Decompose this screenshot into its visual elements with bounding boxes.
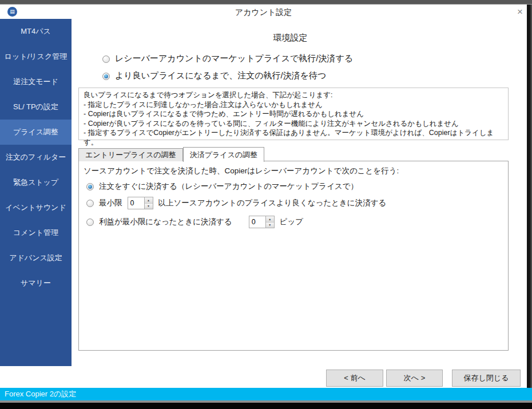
- tab-strip: エントリープライスの調整 決済プライスの調整: [78, 146, 264, 161]
- mode-option-market-price[interactable]: レシーバーアカウントのマーケットプライスで執行/決済する: [102, 53, 353, 64]
- close-option-min-better-price[interactable]: 最小限 ▲ ▼ 以上ソースアカウントのプライスより良くなったときに決済する: [86, 197, 386, 209]
- info-line: 良いプライスになるまで待つオプションを選択した場合、下記が起こります:: [84, 90, 503, 100]
- close-option-prefix: 利益が最小限になったときに決済する: [99, 217, 232, 227]
- spinner-up-icon[interactable]: ▲: [145, 197, 153, 204]
- sidebar-item-summary[interactable]: サマリー: [0, 271, 72, 296]
- min-profit-spinner: ▲ ▼: [249, 216, 275, 228]
- next-button[interactable]: 次へ >: [386, 370, 443, 387]
- sidebar-item-mt4-path[interactable]: MT4パス: [0, 19, 72, 44]
- sidebar-item-advanced[interactable]: アドバンス設定: [0, 245, 72, 271]
- radio-unchecked-icon[interactable]: [86, 200, 94, 207]
- mode-option-label: より良いプライスになるまで、注文の執行/決済を待つ: [115, 70, 326, 81]
- dialog-title: アカウント設定: [0, 7, 527, 18]
- radio-checked-icon[interactable]: [102, 73, 110, 80]
- prev-button[interactable]: < 前へ: [326, 370, 383, 387]
- section-heading: 環境設定: [72, 33, 509, 43]
- tab-close-price-adjust[interactable]: 決済プライスの調整: [183, 147, 265, 162]
- status-bar-text: Forex Copier 2の設定: [5, 389, 76, 399]
- close-option-min-profit[interactable]: 利益が最小限になったときに決済する ▲ ▼ ピップ: [86, 216, 303, 228]
- info-line: - 指定するプライスでCopierがエントリーしたり決済する保証はありません。マ…: [84, 128, 503, 147]
- mode-option-wait-better-price[interactable]: より良いプライスになるまで、注文の執行/決済を待つ: [102, 70, 326, 81]
- close-option-suffix: 以上ソースアカウントのプライスより良くなったときに決済する: [158, 198, 387, 208]
- radio-unchecked-icon[interactable]: [102, 55, 110, 63]
- sidebar-item-reverse-order[interactable]: 逆注文モード: [0, 69, 72, 94]
- status-bar: Forex Copier 2の設定: [0, 388, 532, 400]
- close-option-immediately[interactable]: 注文をすぐに決済する（レシーバーアカウントのマーケットプライスで）: [86, 181, 358, 192]
- save-close-button[interactable]: 保存し閉じる: [452, 370, 521, 387]
- sidebar-item-lot-risk[interactable]: ロット/リスク管理: [0, 44, 72, 69]
- sidebar-item-sl-tp[interactable]: SL/ TPの設定: [0, 94, 72, 120]
- panel-intro-text: ソースアカウントで注文を決済した時、Copierはレシーバーアカウントで次のこと…: [84, 166, 399, 176]
- sidebar-nav: MT4パス ロット/リスク管理 逆注文モード SL/ TPの設定 プライス調整 …: [0, 19, 72, 366]
- min-pips-spinner: ▲ ▼: [128, 197, 153, 209]
- info-box: 良いプライスになるまで待つオプションを選択した場合、下記が起こります: - 指定…: [78, 88, 509, 140]
- info-line: - 指定したプライスに到達しなかった場合,注文は入らないかもしれません: [84, 100, 503, 110]
- spinner-up-icon[interactable]: ▲: [266, 216, 274, 223]
- radio-checked-icon[interactable]: [86, 183, 94, 190]
- close-option-prefix: 最小限: [99, 198, 122, 208]
- min-profit-input[interactable]: [249, 216, 265, 228]
- spinner-down-icon[interactable]: ▼: [266, 223, 274, 228]
- info-line: - Copierは良いプライスになるまで待つため、エントリー時間が遅れるかもしれ…: [84, 109, 503, 119]
- info-line: - Copierが良いプライスになるのを待っている間に、フィルター機能により注文…: [84, 119, 503, 129]
- sidebar-item-emergency-stop[interactable]: 緊急ストップ: [0, 170, 72, 195]
- sidebar-item-comment[interactable]: コメント管理: [0, 220, 72, 245]
- mode-option-label: レシーバーアカウントのマーケットプライスで執行/決済する: [115, 53, 353, 64]
- account-settings-dialog: ▤ アカウント設定 × MT4パス ロット/リスク管理 逆注文モード SL/ T…: [0, 0, 532, 409]
- sidebar-item-order-filter[interactable]: 注文のフィルター: [0, 145, 72, 170]
- titlebar: ▤ アカウント設定 ×: [0, 5, 527, 19]
- close-price-tab-panel: ソースアカウントで注文を決済した時、Copierはレシーバーアカウントで次のこと…: [78, 161, 509, 351]
- sidebar-item-price-adjust[interactable]: プライス調整: [0, 120, 72, 145]
- window-top-border: [0, 0, 532, 5]
- spinner-down-icon[interactable]: ▼: [145, 204, 153, 209]
- close-icon[interactable]: ×: [514, 6, 526, 18]
- radio-unchecked-icon[interactable]: [86, 219, 94, 226]
- sidebar-item-event-sound[interactable]: イベントサウンド: [0, 195, 72, 220]
- close-option-suffix: ピップ: [280, 217, 303, 227]
- tab-entry-price-adjust[interactable]: エントリープライスの調整: [78, 148, 183, 161]
- window-right-border: [527, 5, 532, 388]
- close-option-label: 注文をすぐに決済する（レシーバーアカウントのマーケットプライスで）: [99, 181, 358, 192]
- window-bottom-shadow: [0, 403, 532, 409]
- min-pips-input[interactable]: [128, 197, 144, 209]
